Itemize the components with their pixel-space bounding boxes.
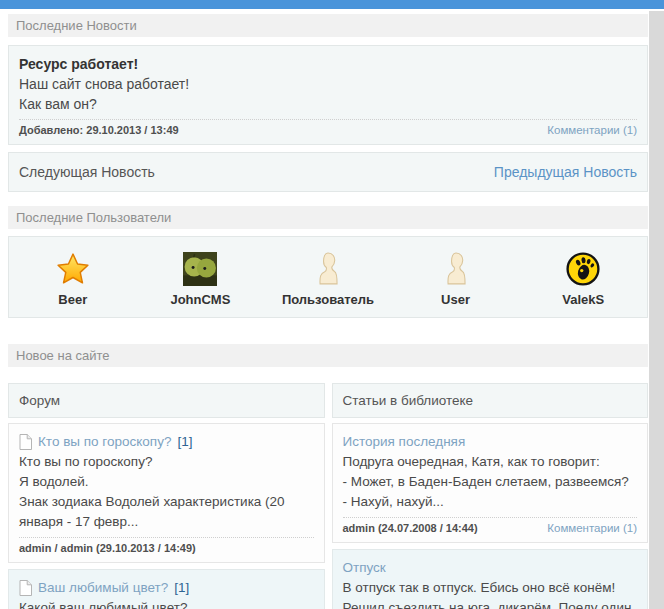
user-card-polzovatel[interactable]: Пользователь [264,251,392,307]
user-card-valeks[interactable]: ValekS [519,251,647,307]
page-icon [19,434,32,450]
library-article-item: История последняя Подруга очередная, Кат… [332,423,649,543]
topic-author-timestamp: admin / admin (29.10.2013 / 14:49) [19,542,196,554]
news-meta-row: Добавлено: 29.10.2013 / 13:49 Комментари… [19,119,637,136]
page-icon [19,580,32,596]
star-avatar-icon [9,251,137,287]
apples-avatar-icon [137,251,265,287]
section-title-latest-users: Последние Пользователи [8,206,648,229]
library-article-item: Отпуск В отпуск так в отпуск. Ебись оно … [332,549,649,609]
forum-column: Форум Кто вы по гороскопу? [1] Кто вы по… [8,383,325,609]
news-comments-link[interactable]: Комментарии (1) [547,124,637,136]
article-body-line: - Нахуй, нахуй... [343,492,638,512]
top-accent-bar [0,0,664,9]
article-link[interactable]: Отпуск [343,558,386,578]
library-column: Статьи в библиотеке История последняя По… [332,383,649,609]
user-name: Beer [9,292,137,307]
news-nav: Следующая Новость Предыдущая Новость [8,152,648,192]
forum-topic-link[interactable]: Ваш любимый цвет? [38,578,168,598]
article-comments-link[interactable]: Комментарии (1) [547,522,637,534]
new-on-site-columns: Форум Кто вы по гороскопу? [1] Кто вы по… [8,383,648,609]
library-column-header: Статьи в библиотеке [332,383,649,418]
next-news-label: Следующая Новость [19,162,155,182]
news-added-timestamp: Добавлено: 29.10.2013 / 13:49 [19,124,179,136]
article-body-line: В отпуск так в отпуск. Ебись оно всё кон… [343,578,638,598]
user-card-johncms[interactable]: JohnCMS [137,251,265,307]
user-name: JohnCMS [137,292,265,307]
news-post: Ресурс работает! Наш сайт снова работает… [8,45,648,145]
user-card-user[interactable]: User [392,251,520,307]
article-author-timestamp: admin (24.07.2008 / 14:44) [343,522,478,534]
latest-users-box: Beer JohnCMS П [8,236,648,318]
topic-reply-count: [1] [177,432,192,452]
page-content: Последние Новости Ресурс работает! Наш с… [8,14,648,609]
user-name: ValekS [519,292,647,307]
user-name: Пользователь [264,292,392,307]
news-post-line: Наш сайт снова работает! [19,74,637,94]
forum-topic-item: Кто вы по гороскопу? [1] Кто вы по горос… [8,423,325,563]
previous-news-link[interactable]: Предыдущая Новость [494,162,637,182]
article-body-line: Подруга очередная, Катя, как то говорит: [343,452,638,472]
article-meta-row: admin (24.07.2008 / 14:44) Комментарии (… [343,517,638,534]
article-body-line: Решил съездить на юга, дикарём. Поеду од… [343,598,638,609]
news-post-line: Как вам он? [19,94,637,114]
section-title-latest-news: Последние Новости [8,14,648,37]
forum-column-header: Форум [8,383,325,418]
user-name: User [392,292,520,307]
topic-body-line: Знак зодиака Водолей характеристика (20 … [19,492,314,532]
person-avatar-icon [264,251,392,287]
vertical-scrollbar[interactable] [649,11,664,609]
topic-meta-row: admin / admin (29.10.2013 / 14:49) [19,537,314,554]
topic-head: Ваш любимый цвет? [1] [19,578,314,598]
user-card-beer[interactable]: Beer [9,251,137,307]
topic-head: Кто вы по гороскопу? [1] [19,432,314,452]
topic-body-line: Я водолей. [19,472,314,492]
news-post-title: Ресурс работает! [19,54,637,74]
topic-reply-count: [1] [174,578,189,598]
topic-body-line: Какой ваш любимый цвет? [19,598,314,609]
section-title-new-on-site: Новое на сайте [8,344,648,367]
forum-topic-link[interactable]: Кто вы по гороскопу? [38,432,171,452]
person-avatar-icon [392,251,520,287]
article-link[interactable]: История последняя [343,432,466,452]
article-body-line: - Может, в Баден-Баден слетаем, развеемс… [343,472,638,492]
foot-avatar-icon [519,251,647,287]
forum-topic-item: Ваш любимый цвет? [1] Какой ваш любимый … [8,569,325,609]
topic-body-line: Кто вы по гороскопу? [19,452,314,472]
